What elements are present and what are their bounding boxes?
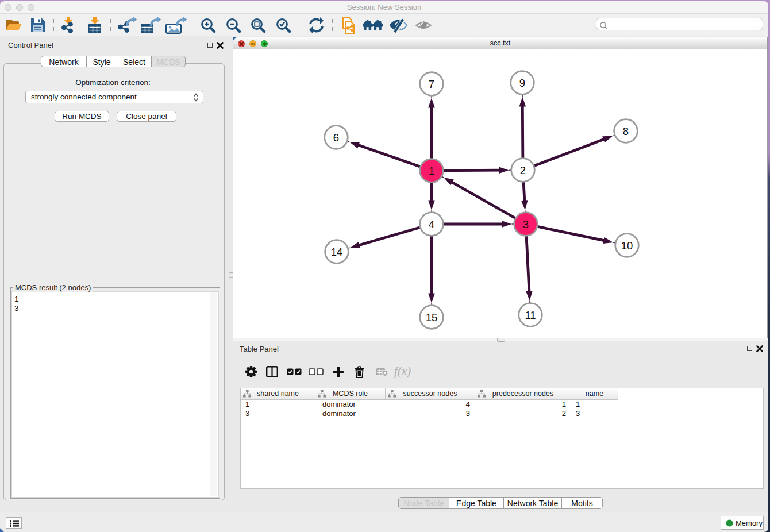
svg-text:1: 1	[429, 165, 434, 177]
svg-text:3: 3	[523, 218, 529, 230]
svg-text:10: 10	[621, 240, 633, 252]
svg-text:4: 4	[429, 218, 434, 230]
svg-text:6: 6	[333, 132, 339, 144]
svg-text:7: 7	[429, 78, 434, 90]
svg-text:8: 8	[623, 125, 629, 137]
svg-text:2: 2	[520, 164, 526, 176]
svg-text:11: 11	[525, 309, 536, 321]
svg-text:14: 14	[331, 246, 343, 258]
svg-text:15: 15	[426, 311, 438, 323]
svg-text:9: 9	[519, 77, 525, 89]
